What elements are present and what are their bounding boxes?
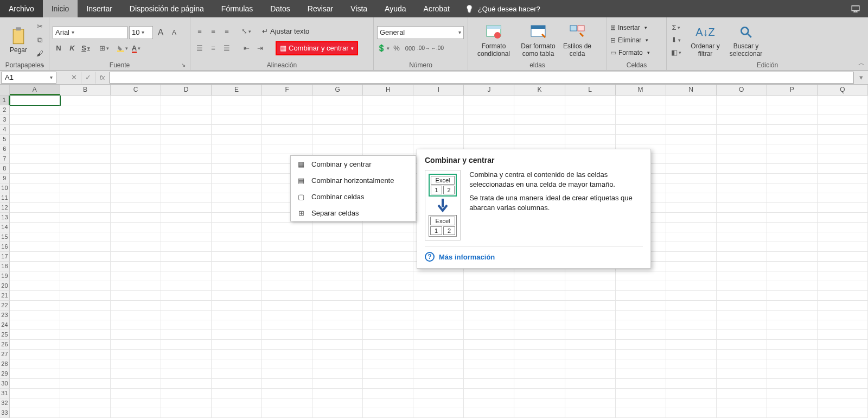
cell[interactable] — [666, 242, 717, 252]
cell[interactable] — [767, 398, 818, 408]
cell[interactable] — [161, 359, 212, 369]
row-header[interactable]: 10 — [0, 183, 10, 193]
cell[interactable] — [514, 301, 565, 311]
cell[interactable] — [111, 193, 161, 203]
tab-data[interactable]: Datos — [261, 0, 299, 17]
insert-cells-button[interactable]: ⊞Insertar▾ — [610, 22, 653, 34]
cell[interactable] — [111, 154, 161, 164]
row-header[interactable]: 13 — [0, 213, 10, 223]
italic-button[interactable]: K — [66, 42, 78, 54]
format-as-table-button[interactable]: Dar formato como tabla — [516, 20, 560, 60]
cell[interactable] — [363, 262, 413, 271]
cell[interactable] — [767, 174, 818, 183]
cell[interactable] — [262, 252, 312, 262]
tab-page-layout[interactable]: Disposición de página — [121, 0, 213, 17]
column-header[interactable]: N — [666, 85, 717, 95]
cell[interactable] — [413, 389, 464, 398]
cell[interactable] — [212, 105, 262, 115]
cell[interactable] — [312, 144, 363, 154]
cell[interactable] — [717, 125, 767, 135]
column-header[interactable]: E — [212, 85, 262, 95]
cell[interactable] — [717, 311, 767, 320]
cell[interactable] — [666, 115, 717, 125]
cell[interactable] — [212, 135, 262, 144]
cell[interactable] — [818, 193, 868, 203]
cell[interactable] — [616, 330, 666, 340]
cell[interactable] — [514, 369, 565, 379]
cell[interactable] — [565, 379, 616, 389]
cell[interactable] — [565, 271, 616, 281]
cell[interactable] — [363, 320, 413, 330]
cell[interactable] — [312, 301, 363, 311]
cell[interactable] — [312, 408, 363, 418]
cell[interactable] — [514, 330, 565, 340]
cell[interactable] — [616, 389, 666, 398]
cell[interactable] — [767, 320, 818, 330]
cell[interactable] — [363, 398, 413, 408]
cell[interactable] — [514, 125, 565, 135]
cell[interactable] — [717, 193, 767, 203]
column-header[interactable]: D — [161, 85, 212, 95]
cell[interactable] — [767, 164, 818, 174]
cell[interactable] — [312, 232, 363, 242]
cell[interactable] — [10, 223, 60, 232]
cell[interactable] — [666, 125, 717, 135]
delete-cells-button[interactable]: ⊟Eliminar▾ — [610, 34, 654, 46]
cell[interactable] — [767, 389, 818, 398]
font-size-select[interactable]: 10▾ — [129, 26, 153, 39]
cell[interactable] — [363, 359, 413, 369]
cell[interactable] — [818, 320, 868, 330]
cell[interactable] — [60, 281, 111, 291]
cell[interactable] — [565, 281, 616, 291]
cell[interactable] — [161, 193, 212, 203]
cell[interactable] — [413, 125, 464, 135]
cell[interactable] — [60, 144, 111, 154]
cell[interactable] — [413, 291, 464, 301]
cell[interactable] — [464, 291, 514, 301]
cell[interactable] — [767, 203, 818, 213]
cell[interactable] — [262, 340, 312, 350]
cell[interactable] — [818, 154, 868, 164]
cell[interactable] — [717, 359, 767, 369]
comma-format-button[interactable]: 000 — [404, 42, 416, 54]
cell[interactable] — [767, 340, 818, 350]
cell[interactable] — [161, 311, 212, 320]
font-name-select[interactable]: Arial▾ — [53, 26, 127, 39]
column-header[interactable]: F — [262, 85, 312, 95]
decrease-decimal-button[interactable]: ←.00 — [431, 42, 443, 54]
cell[interactable] — [717, 379, 767, 389]
cell[interactable] — [666, 271, 717, 281]
decrease-font-button[interactable]: A — [168, 27, 180, 39]
cell[interactable] — [60, 164, 111, 174]
cell[interactable] — [616, 350, 666, 359]
cell[interactable] — [312, 389, 363, 398]
dialog-launcher-icon[interactable]: ↘ — [181, 62, 186, 68]
tell-me-search[interactable]: ¿Qué desea hacer? — [458, 0, 547, 17]
row-header[interactable]: 1 — [0, 96, 10, 105]
cell[interactable] — [717, 398, 767, 408]
cell[interactable] — [818, 271, 868, 281]
cell[interactable] — [212, 408, 262, 418]
cell[interactable] — [363, 271, 413, 281]
cell[interactable] — [161, 115, 212, 125]
cell[interactable] — [10, 291, 60, 301]
accept-formula-button[interactable]: ✓ — [81, 72, 95, 84]
cell[interactable] — [363, 408, 413, 418]
row-header[interactable]: 22 — [0, 301, 10, 311]
cell[interactable] — [312, 115, 363, 125]
cell[interactable] — [767, 271, 818, 281]
cell[interactable] — [10, 232, 60, 242]
cell[interactable] — [60, 193, 111, 203]
cell[interactable] — [666, 144, 717, 154]
cell[interactable] — [10, 340, 60, 350]
cell[interactable] — [666, 252, 717, 262]
cell[interactable] — [565, 340, 616, 350]
cell[interactable] — [717, 105, 767, 115]
cell[interactable] — [666, 398, 717, 408]
cell[interactable] — [717, 144, 767, 154]
cell[interactable] — [212, 359, 262, 369]
cell[interactable] — [464, 271, 514, 281]
decrease-indent-button[interactable]: ⇤ — [240, 42, 252, 54]
cell[interactable] — [565, 301, 616, 311]
cell[interactable] — [565, 408, 616, 418]
